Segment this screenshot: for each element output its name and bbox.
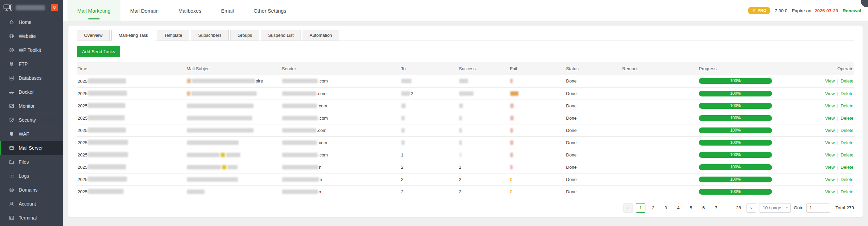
server-selector[interactable]: 0 — [0, 0, 63, 15]
pagination-page-button[interactable]: 7 — [711, 203, 721, 213]
redacted-text — [88, 164, 126, 169]
redacted-text — [510, 140, 513, 145]
cell-text: 0 — [510, 189, 512, 194]
pagination-next-button[interactable]: › — [746, 203, 756, 213]
server-name-redacted — [16, 5, 45, 10]
add-send-tasks-button[interactable]: Add Send Tasks — [77, 46, 120, 57]
redacted-text — [282, 140, 317, 145]
sidebar-item-label: FTP — [19, 61, 28, 67]
top-tab-mailboxes[interactable]: Mailboxes — [168, 0, 211, 21]
sidebar-item-domains[interactable]: Domains — [0, 183, 63, 197]
tab-subscribers[interactable]: Subscribers — [191, 30, 229, 41]
goto-input[interactable] — [806, 203, 830, 213]
sidebar-item-account[interactable]: Account — [0, 197, 63, 211]
sidebar-item-label: Account — [19, 201, 36, 207]
op-divider: | — [837, 91, 838, 96]
cell-time: 2025 — [77, 112, 186, 124]
page-size-select[interactable]: 10 / page ▾ — [759, 203, 791, 213]
sidebar-item-label: Website — [19, 33, 36, 39]
delete-link[interactable]: Delete — [840, 140, 853, 145]
view-link[interactable]: View — [825, 165, 835, 170]
redacted-text — [459, 91, 473, 96]
pagination-page-button[interactable]: 6 — [699, 203, 708, 213]
delete-link[interactable]: Delete — [840, 152, 853, 157]
sidebar-item-logs[interactable]: Logs — [0, 169, 63, 183]
view-link[interactable]: View — [825, 189, 835, 194]
col-time: Time — [77, 62, 186, 75]
cell-text: 2025 — [78, 116, 87, 121]
cell-time: 2025 — [77, 149, 186, 161]
cell-fail — [509, 124, 565, 136]
sidebar-item-security[interactable]: Security — [0, 113, 63, 127]
delete-link[interactable]: Delete — [840, 189, 853, 194]
tab-marketing-task[interactable]: Marketing Task — [111, 30, 155, 41]
view-link[interactable]: View — [825, 140, 835, 145]
redacted-text — [227, 165, 238, 169]
view-link[interactable]: View — [825, 152, 835, 157]
mail-marketing-card: OverviewMarketing TaskTemplateSubscriber… — [68, 26, 863, 217]
pagination-page-button[interactable]: 1 — [636, 203, 645, 213]
sidebar-item-label: Terminal — [19, 215, 37, 221]
server-icon — [3, 4, 13, 11]
pagination-page-button[interactable]: 4 — [674, 203, 683, 213]
pagination-page-button[interactable]: 5 — [686, 203, 696, 213]
view-link[interactable]: View — [825, 116, 835, 121]
view-link[interactable]: View — [825, 177, 835, 182]
sidebar-item-ftp[interactable]: FTP — [0, 57, 63, 71]
tab-template[interactable]: Template — [157, 30, 189, 41]
tab-overview[interactable]: Overview — [77, 30, 110, 41]
pagination-prev-button[interactable]: ‹ — [623, 203, 633, 213]
cell-success — [458, 75, 509, 87]
redacted-text — [510, 128, 513, 133]
delete-link[interactable]: Delete — [840, 78, 853, 84]
delete-link[interactable]: Delete — [840, 116, 853, 121]
cell-fail: 0 — [509, 173, 565, 185]
sidebar-item-website[interactable]: Website — [0, 29, 63, 43]
sidebar-item-monitor[interactable]: Monitor — [0, 99, 63, 113]
col-to: To — [400, 62, 458, 75]
top-tab-other-settings[interactable]: Other Settings — [244, 0, 296, 21]
sidebar-item-mail-server[interactable]: Mail Server — [0, 141, 63, 155]
top-tab-mail-marketing[interactable]: Mail Marketing — [67, 0, 120, 21]
redacted-text — [510, 153, 513, 157]
tab-groups[interactable]: Groups — [230, 30, 259, 41]
chevron-left-icon: ‹ — [627, 205, 629, 211]
delete-link[interactable]: Delete — [840, 177, 853, 182]
expire-date: 2025-07-29 — [815, 8, 838, 13]
cell-text: 2 — [411, 91, 413, 96]
sidebar-item-terminal[interactable]: Terminal — [0, 211, 63, 225]
pagination-ellipsis[interactable]: ··· — [724, 205, 731, 210]
pagination-page-button[interactable]: 2 — [648, 203, 658, 213]
delete-link[interactable]: Delete — [840, 128, 853, 133]
pagination-page-button[interactable]: 28 — [734, 203, 743, 213]
delete-link[interactable]: Delete — [840, 91, 853, 96]
progress-bar: 100% — [699, 140, 772, 146]
top-tab-email[interactable]: Email — [211, 0, 244, 21]
view-link[interactable]: View — [825, 78, 835, 84]
renewal-link[interactable]: Renewal — [842, 8, 861, 13]
sidebar-item-docker[interactable]: Docker — [0, 85, 63, 99]
cell-remark — [622, 173, 698, 185]
notification-badge[interactable]: 0 — [51, 4, 58, 11]
sidebar-item-files[interactable]: Files — [0, 155, 63, 169]
sidebar-item-waf[interactable]: WAF — [0, 127, 63, 141]
op-divider: | — [837, 177, 838, 182]
pagination-page-button[interactable]: 3 — [661, 203, 671, 213]
sidebar-item-databases[interactable]: Databases — [0, 71, 63, 85]
sidebar-item-home[interactable]: Home — [0, 15, 63, 29]
delete-link[interactable]: Delete — [840, 103, 853, 108]
table-row: 2025.comDone100%View|Delete — [77, 136, 854, 149]
delete-link[interactable]: Delete — [840, 165, 853, 170]
op-divider: | — [837, 165, 838, 170]
view-link[interactable]: View — [825, 128, 835, 133]
top-tab-mail-domain[interactable]: Mail Domain — [120, 0, 168, 21]
tab-automation[interactable]: Automation — [303, 30, 339, 41]
tab-suspend-list[interactable]: Suspend List — [261, 30, 301, 41]
redacted-text — [459, 116, 462, 120]
view-link[interactable]: View — [825, 91, 835, 96]
redacted-text — [282, 116, 318, 120]
sidebar-item-wp-toolkit[interactable]: WWP Toolkit — [0, 43, 63, 57]
view-link[interactable]: View — [825, 103, 835, 108]
gem-icon — [752, 9, 756, 13]
cell-sender: n — [281, 173, 400, 185]
